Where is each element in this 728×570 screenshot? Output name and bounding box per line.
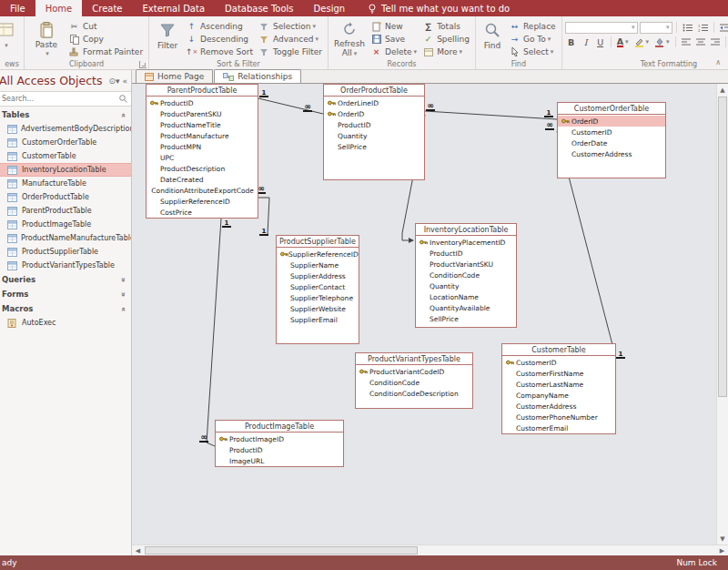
- nav-section-tables[interactable]: Tables«: [0, 107, 131, 122]
- chevron-down-icon[interactable]: «: [119, 291, 127, 296]
- ribbon-tab-home[interactable]: Home: [35, 0, 83, 16]
- selection-button[interactable]: Selection▾: [256, 20, 325, 33]
- scroll-right-arrow[interactable]: ▶: [716, 545, 728, 555]
- field-row-supplierreferenceid[interactable]: SupplierReferenceID: [277, 249, 359, 260]
- nav-pane-shutter-button[interactable]: «: [122, 76, 127, 86]
- field-row-orderid[interactable]: OrderID: [558, 116, 665, 127]
- nav-section-queries[interactable]: Queries«: [0, 272, 131, 287]
- field-row-customerlastname[interactable]: CustomerLastName: [502, 379, 615, 390]
- table-title[interactable]: OrderProductTable: [324, 85, 424, 97]
- bullets-button[interactable]: [681, 22, 694, 34]
- ascending-button[interactable]: ↑Ascending: [183, 20, 256, 33]
- descending-button[interactable]: ↓Descending: [183, 33, 256, 46]
- vertical-scrollbar[interactable]: ▲ ▼: [716, 84, 728, 545]
- filter-button[interactable]: Filter: [152, 18, 183, 58]
- spelling-button[interactable]: ✓Spelling: [420, 33, 472, 46]
- field-row-imageurl[interactable]: ImageURL: [216, 455, 343, 466]
- field-row-supplieraddress[interactable]: SupplierAddress: [277, 270, 359, 281]
- nav-section-macros[interactable]: Macros«: [0, 301, 131, 316]
- save-button[interactable]: Save: [368, 33, 420, 46]
- field-row-costprice[interactable]: CostPrice: [147, 207, 258, 218]
- remove-sort-button[interactable]: ↑×Remove Sort: [183, 46, 256, 58]
- field-row-conditioncodedescription[interactable]: ConditionCodeDescription: [356, 388, 472, 399]
- go-to-button[interactable]: →Go To▾: [506, 33, 559, 46]
- field-row-conditionattributeexportcode[interactable]: ConditionAttributeExportCode: [147, 185, 258, 196]
- field-row-datecreated[interactable]: DateCreated: [147, 174, 258, 185]
- format-painter-button[interactable]: Format Painter: [66, 46, 146, 58]
- ribbon-tab-file[interactable]: File: [0, 0, 35, 16]
- delete-button[interactable]: ×Delete▾: [368, 46, 420, 58]
- field-row-productid[interactable]: ProductID: [416, 248, 516, 259]
- table-box-productimagetable[interactable]: ProductImageTableProductImageIDProductID…: [215, 420, 344, 467]
- collapse-ribbon-button[interactable]: ∧: [715, 58, 721, 66]
- field-row-companyname[interactable]: CompanyName: [502, 390, 615, 401]
- nav-item-customerordertable[interactable]: CustomerOrderTable: [0, 136, 131, 149]
- table-box-orderproducttable[interactable]: OrderProductTableOrderLineIDOrderIDProdu…: [323, 84, 425, 180]
- doc-tab-relationships[interactable]: Relationships: [214, 69, 301, 83]
- field-row-productvariantsku[interactable]: ProductVariantSKU: [416, 259, 516, 270]
- relationship-line-parentproduct-productimage[interactable]: [207, 219, 221, 446]
- ribbon-tab-design[interactable]: Design: [304, 0, 356, 16]
- table-title[interactable]: InventoryLocationTable: [416, 224, 516, 236]
- field-row-productid[interactable]: ProductID: [216, 444, 343, 455]
- select-button[interactable]: Select▾: [506, 46, 559, 58]
- table-box-productvarianttypestable[interactable]: ProductVariantTypesTableProductVariantCo…: [355, 352, 473, 409]
- table-box-inventorylocationtable[interactable]: InventoryLocationTableInventoryPlacement…: [415, 223, 517, 328]
- ribbon-tab-external-data[interactable]: External Data: [133, 0, 216, 16]
- nav-item-productsuppliertable[interactable]: ProductSupplierTable: [0, 245, 131, 259]
- relationship-line-orderproduct-customerorder[interactable]: [425, 111, 557, 119]
- field-row-quantityavailable[interactable]: QuantityAvailable: [416, 302, 516, 313]
- nav-section-forms[interactable]: Forms«: [0, 287, 131, 301]
- align-right-button[interactable]: [709, 36, 722, 48]
- highlight-color-button[interactable]: ▾: [632, 36, 652, 48]
- field-row-productmpn[interactable]: ProductMPN: [147, 141, 258, 152]
- nav-item-parentproducttable[interactable]: ParentProductTable: [0, 204, 131, 218]
- nav-item-autoexec[interactable]: AutoExec: [0, 316, 131, 330]
- table-box-customerordertable[interactable]: CustomerOrderTableOrderIDCustomerIDOrder…: [557, 102, 666, 178]
- table-box-customertable[interactable]: CustomerTableCustomerIDCustomerFirstName…: [501, 343, 616, 434]
- field-row-sellprice[interactable]: SellPrice: [416, 313, 516, 324]
- field-row-customerid[interactable]: CustomerID: [558, 127, 665, 137]
- chevron-up-icon[interactable]: «: [119, 306, 127, 310]
- field-row-productvariantcodeid[interactable]: ProductVariantCodeID: [356, 366, 472, 377]
- vertical-scroll-thumb[interactable]: [718, 97, 727, 397]
- field-row-customerfirstname[interactable]: CustomerFirstName: [502, 368, 615, 379]
- italic-button[interactable]: I: [580, 36, 592, 48]
- field-row-conditioncode[interactable]: ConditionCode: [416, 270, 516, 280]
- table-title[interactable]: CustomerOrderTable: [558, 103, 665, 115]
- field-row-quantity[interactable]: Quantity: [416, 280, 516, 291]
- field-row-customerphonenumber[interactable]: CustomerPhoneNumber: [502, 412, 615, 422]
- underline-button[interactable]: U: [594, 36, 607, 48]
- view-button[interactable]: ▾: [0, 18, 21, 58]
- font-color-button[interactable]: A▾: [615, 36, 631, 48]
- field-row-customerid[interactable]: CustomerID: [502, 357, 615, 368]
- font-name-combo[interactable]: ▾: [565, 22, 638, 34]
- field-row-orderlineid[interactable]: OrderLineID: [324, 97, 424, 108]
- field-row-orderid[interactable]: OrderID: [324, 108, 424, 119]
- nav-item-customertable[interactable]: CustomerTable: [0, 149, 131, 163]
- copy-button[interactable]: Copy: [66, 33, 146, 46]
- bold-button[interactable]: B: [565, 36, 578, 48]
- field-row-customeraddress[interactable]: CustomerAddress: [558, 148, 665, 159]
- field-row-conditioncode[interactable]: ConditionCode: [356, 377, 472, 388]
- nav-search-box[interactable]: [0, 91, 131, 107]
- table-title[interactable]: ProductVariantTypesTable: [356, 353, 472, 365]
- font-size-combo[interactable]: ▾: [640, 22, 672, 34]
- totals-button[interactable]: ∑Totals: [420, 20, 472, 33]
- relationships-canvas[interactable]: 1∞∞11∞∞1∞1 ParentProductTableProductIDPr…: [132, 84, 728, 545]
- nav-item-manufacturetable[interactable]: ManufactureTable: [0, 177, 131, 190]
- scroll-down-arrow[interactable]: ▼: [717, 533, 728, 545]
- align-center-button[interactable]: [694, 36, 707, 48]
- field-row-supplieremail[interactable]: SupplierEmail: [277, 314, 359, 325]
- nav-item-inventorylocationtable[interactable]: InventoryLocationTable: [0, 163, 131, 177]
- ribbon-tab-database-tools[interactable]: Database Tools: [215, 0, 304, 16]
- cut-button[interactable]: ✂Cut: [66, 20, 146, 33]
- field-row-customeremail[interactable]: CustomerEmail: [502, 422, 615, 433]
- horizontal-scroll-thumb[interactable]: [145, 546, 418, 555]
- paste-button[interactable]: Paste ▾: [27, 18, 66, 58]
- table-title[interactable]: ProductImageTable: [216, 421, 343, 433]
- field-row-upc[interactable]: UPC: [147, 152, 258, 163]
- tell-me-box[interactable]: Tell me what you want to do: [368, 0, 510, 16]
- table-title[interactable]: ProductSupplierTable: [277, 236, 359, 248]
- replace-button[interactable]: ↔Replace: [506, 20, 559, 33]
